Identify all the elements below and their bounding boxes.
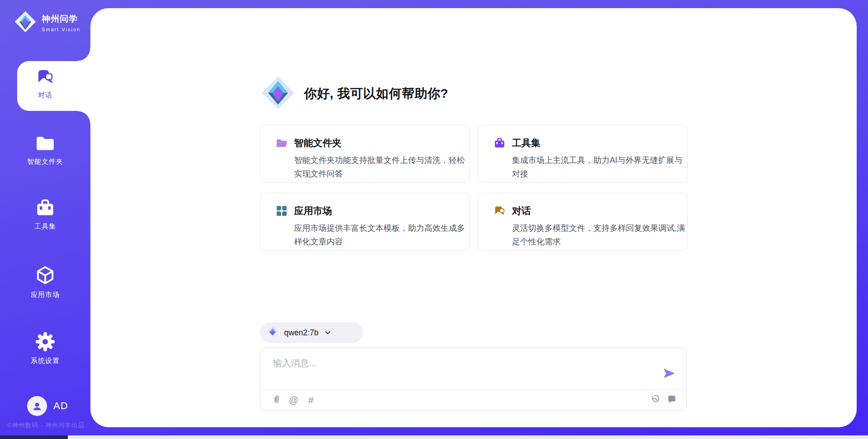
briefcase-icon: [35, 198, 55, 219]
message-icon: [667, 394, 677, 406]
sidebar-item-chat[interactable]: 对话: [0, 68, 90, 100]
greeting-title: 你好, 我可以如何帮助你?: [304, 85, 448, 102]
cube-icon: [34, 265, 56, 287]
card-description: 智能文件夹功能支持批量文件上传与清洗，轻松实现文件问答: [294, 153, 470, 181]
sidebar-item-settings[interactable]: 系统设置: [0, 332, 90, 365]
card-description: 集成市场上主流工具，助力AI与外界无缝扩展与对接: [512, 153, 688, 181]
footer-credit: ©神州数码 · 神州问学出品: [7, 421, 85, 429]
card-app-market[interactable]: 应用市场 应用市场提供丰富长文本模板，助力高效生成多样化文章内容: [260, 193, 470, 251]
chat-icon: [494, 205, 505, 217]
greeting: 你好, 我可以如何帮助你?: [260, 75, 448, 113]
model-logo-icon: [267, 326, 278, 339]
at-icon: @: [289, 395, 298, 406]
tab-flare-top: [78, 48, 90, 61]
attach-button[interactable]: [271, 394, 282, 406]
brand-title: 神州问学: [42, 13, 80, 25]
sidebar-item-folders[interactable]: 智能文件夹: [0, 134, 90, 166]
sidebar-item-label: 工具集: [0, 222, 90, 231]
card-title: 工具集: [512, 137, 541, 149]
brand: 神州问学 Smart Vision: [14, 10, 80, 35]
hash-icon: #: [308, 395, 314, 406]
paperclip-icon: [272, 394, 282, 407]
card-description: 应用市场提供丰富长文本模板，助力高效生成多样化文章内容: [294, 221, 470, 248]
model-name: qwen2:7b: [284, 328, 319, 338]
sidebar-item-market[interactable]: 应用市场: [0, 265, 90, 299]
history-icon: [651, 394, 660, 406]
mention-button[interactable]: @: [288, 394, 299, 406]
sidebar-item-label: 应用市场: [0, 291, 90, 299]
folder-open-icon: [276, 137, 288, 149]
brand-subtitle: Smart Vision: [42, 27, 80, 32]
card-title: 智能文件夹: [294, 137, 342, 149]
composer-divider: [260, 390, 686, 390]
main-panel: 你好, 我可以如何帮助你? 智能文件夹 智能文件夹功能支持批量文件上传与清洗，轻…: [90, 8, 857, 427]
hashtag-button[interactable]: #: [306, 394, 316, 406]
chat-icon: [35, 68, 55, 88]
sidebar-item-label: 系统设置: [0, 357, 90, 365]
folder-icon: [35, 134, 56, 154]
feedback-button[interactable]: [666, 394, 677, 406]
user-badge[interactable]: AD: [0, 394, 90, 418]
feature-cards: 智能文件夹 智能文件夹功能支持批量文件上传与清洗，轻松实现文件问答: [260, 125, 688, 251]
card-smart-folder[interactable]: 智能文件夹 智能文件夹功能支持批量文件上传与清洗，轻松实现文件问答: [260, 125, 470, 183]
greeting-logo-icon: [260, 75, 296, 113]
chevron-down-icon: [324, 329, 332, 337]
gear-icon: [35, 332, 55, 353]
briefcase-icon: [494, 137, 505, 149]
card-title: 对话: [512, 205, 531, 217]
sidebar-item-label: 对话: [0, 91, 90, 100]
app-root: 神州问学 Smart Vision 对话 智: [0, 0, 868, 439]
card-title: 应用市场: [294, 205, 332, 217]
horizontal-scrollbar[interactable]: [68, 435, 868, 439]
card-description: 灵活切换多模型文件，支持多样回复效果调试,满足个性化需求: [512, 221, 688, 248]
card-chat[interactable]: 对话 灵活切换多模型文件，支持多样回复效果调试,满足个性化需求: [478, 193, 688, 251]
window-bottom-corner: [0, 435, 68, 439]
history-button[interactable]: [650, 394, 661, 406]
message-input[interactable]: [273, 357, 653, 381]
brand-logo-icon: [14, 10, 37, 35]
avatar: [27, 396, 47, 416]
sidebar-item-tools[interactable]: 工具集: [0, 198, 90, 231]
send-button[interactable]: [663, 367, 675, 380]
sidebar: 神州问学 Smart Vision 对话 智: [0, 0, 90, 439]
composer: @ #: [260, 348, 687, 411]
user-initials: AD: [53, 400, 68, 412]
card-toolset[interactable]: 工具集 集成市场上主流工具，助力AI与外界无缝扩展与对接: [478, 125, 688, 183]
tab-flare-bottom: [78, 111, 90, 124]
model-selector[interactable]: qwen2:7b: [260, 322, 363, 343]
sidebar-item-label: 智能文件夹: [0, 157, 90, 166]
grid-icon: [276, 205, 288, 217]
